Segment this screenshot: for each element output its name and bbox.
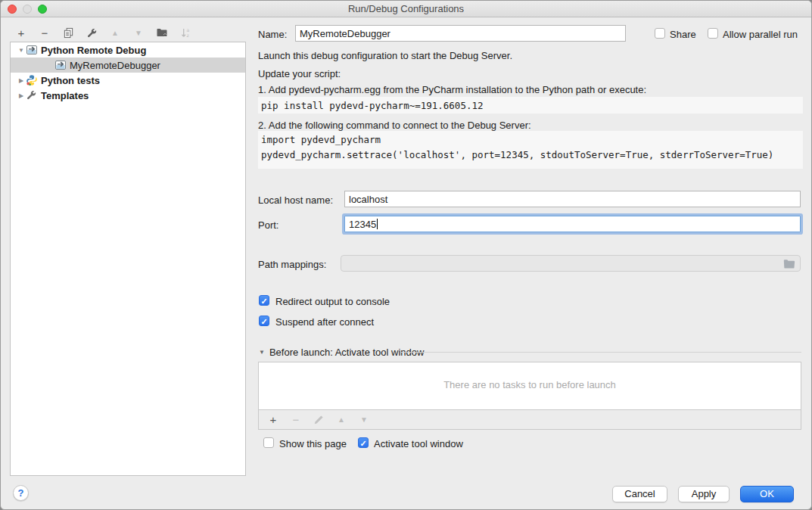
- path-mappings-label: Path mappings:: [258, 259, 326, 270]
- remote-debug-config-icon: [54, 59, 67, 71]
- help-button[interactable]: ?: [13, 485, 29, 501]
- activate-tool-window-checkbox[interactable]: ✓: [358, 437, 369, 448]
- suspend-after-connect-label: Suspend after connect: [275, 316, 374, 328]
- code-line-2: pydevd_pycharm.settrace('localhost', por…: [261, 149, 773, 160]
- activate-tool-window-label: Activate tool window: [374, 438, 463, 449]
- title-bar: Run/Debug Configurations: [1, 1, 811, 17]
- empty-tasks-message: There are no tasks to run before launch: [259, 379, 801, 390]
- update-script-text: Update your script:: [258, 68, 341, 79]
- configurations-tree: ▼ Python Remote Debug MyRemoteDebugger ▶…: [10, 42, 246, 476]
- show-this-page-label: Show this page: [279, 438, 347, 449]
- step2-text: 2. Add the following command to connect …: [258, 120, 531, 131]
- share-checkbox[interactable]: [655, 28, 665, 39]
- tree-item-python-tests[interactable]: ▶ Python tests: [11, 73, 245, 88]
- collapsed-arrow-icon[interactable]: ▶: [17, 92, 26, 99]
- tree-item-label: Python tests: [41, 75, 100, 86]
- allow-parallel-run-checkbox[interactable]: [708, 28, 718, 39]
- settrace-code-block[interactable]: import pydevd_pycharm pydevd_pycharm.set…: [258, 131, 803, 169]
- ok-button[interactable]: OK: [740, 486, 794, 502]
- copy-configuration-icon[interactable]: [61, 26, 75, 39]
- text-caret: [377, 219, 378, 229]
- move-task-down-button: ▼: [357, 413, 371, 427]
- before-launch-header[interactable]: ▼ Before launch: Activate tool window: [259, 347, 424, 358]
- collapse-section-icon[interactable]: ▼: [259, 349, 265, 356]
- tree-item-python-remote-debug[interactable]: ▼ Python Remote Debug: [11, 42, 245, 58]
- edit-defaults-wrench-icon[interactable]: [85, 26, 98, 39]
- show-this-page-checkbox[interactable]: [263, 437, 274, 448]
- tree-item-myremotedebugger-selected[interactable]: MyRemoteDebugger: [11, 58, 245, 73]
- move-up-button: ▲: [108, 26, 122, 39]
- edit-task-pencil-icon: [312, 413, 325, 427]
- local-host-name-label: Local host name:: [258, 194, 333, 206]
- configurations-toolbar: + − ▲ ▼ az: [14, 24, 192, 41]
- move-down-button: ▼: [132, 26, 145, 39]
- browse-folder-icon[interactable]: [783, 259, 795, 269]
- share-label: Share: [670, 29, 696, 40]
- add-task-button[interactable]: +: [266, 413, 280, 427]
- local-host-name-input[interactable]: [344, 191, 801, 207]
- collapsed-arrow-icon[interactable]: ▶: [17, 77, 26, 84]
- code-line-1: import pydevd_pycharm: [261, 134, 381, 145]
- pip-command-code[interactable]: pip install pydevd-pycharm~=191.6605.12: [258, 97, 803, 114]
- section-divider: [400, 352, 801, 353]
- svg-text:a: a: [186, 27, 189, 33]
- move-task-up-button: ▲: [334, 413, 348, 427]
- tree-item-templates[interactable]: ▶ Templates: [11, 88, 245, 103]
- tree-item-label: Python Remote Debug: [41, 45, 146, 56]
- name-label: Name:: [258, 29, 287, 40]
- redirect-output-checkbox[interactable]: ✓: [259, 295, 269, 306]
- port-input[interactable]: [344, 216, 801, 232]
- step1-text: 1. Add pydevd-pycharm.egg from the PyCha…: [258, 84, 646, 95]
- redirect-output-label: Redirect output to console: [275, 296, 390, 307]
- path-mappings-field[interactable]: [341, 255, 801, 272]
- allow-parallel-run-label: Allow parallel run: [723, 29, 798, 40]
- templates-wrench-icon: [26, 89, 38, 101]
- window-title: Run/Debug Configurations: [1, 3, 811, 14]
- svg-text:z: z: [186, 33, 188, 38]
- sort-configurations-icon: az: [179, 26, 192, 39]
- remove-configuration-button[interactable]: −: [38, 26, 51, 39]
- tree-item-label: Templates: [41, 90, 89, 101]
- tree-item-label: MyRemoteDebugger: [70, 60, 160, 71]
- add-configuration-button[interactable]: +: [14, 26, 28, 39]
- task-list-toolbar: + − ▲ ▼: [258, 410, 801, 430]
- name-input[interactable]: [295, 25, 626, 42]
- remove-task-button: −: [289, 413, 303, 427]
- expanded-arrow-icon[interactable]: ▼: [17, 47, 26, 54]
- apply-button[interactable]: Apply: [678, 486, 730, 502]
- python-tests-icon: [26, 74, 38, 86]
- new-folder-icon[interactable]: [155, 26, 169, 39]
- run-debug-configurations-dialog: Run/Debug Configurations + − ▲ ▼ az ▼ Py…: [0, 0, 812, 510]
- remote-debug-config-icon: [26, 44, 38, 56]
- suspend-after-connect-checkbox[interactable]: ✓: [259, 316, 269, 326]
- description-text: Launch this debug configuration to start…: [258, 50, 512, 61]
- before-launch-task-list[interactable]: There are no tasks to run before launch: [258, 362, 801, 410]
- cancel-button[interactable]: Cancel: [612, 486, 667, 502]
- port-label: Port:: [258, 219, 278, 231]
